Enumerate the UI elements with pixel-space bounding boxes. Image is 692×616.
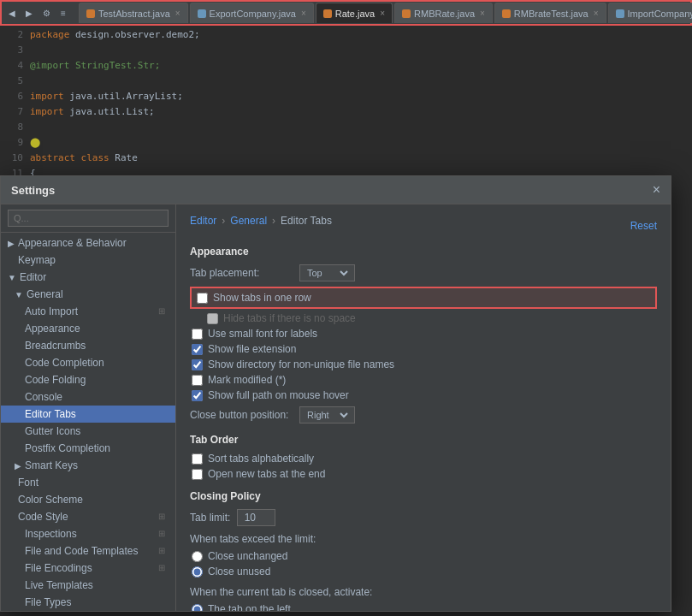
open-new-tabs-label[interactable]: Open new tabs at the end <box>208 468 325 480</box>
sidebar-item-smart-keys[interactable]: ▶ Smart Keys <box>1 457 175 474</box>
current-tab-closed-radios: The tab on the left <box>190 603 657 611</box>
show-directory-checkbox[interactable] <box>192 359 203 370</box>
open-new-tabs-checkbox[interactable] <box>192 469 203 480</box>
nav-menu-btn[interactable]: ≡ <box>56 6 70 20</box>
tab-rmbratetest[interactable]: RMBrateTest.java × <box>494 3 606 23</box>
nav-back-btn[interactable]: ◀ <box>5 6 19 20</box>
tab-close-icon[interactable]: × <box>175 9 180 18</box>
show-file-ext-checkbox[interactable] <box>192 344 203 355</box>
sidebar-item-label: Gutter Icons <box>25 425 80 437</box>
sidebar-item-editor[interactable]: ▼ Editor <box>1 269 175 286</box>
show-directory-label[interactable]: Show directory for non-unique file names <box>208 358 394 370</box>
sidebar-item-label: Editor Tabs <box>25 408 76 420</box>
use-small-font-label[interactable]: Use small font for labels <box>208 328 317 340</box>
sidebar-item-breadcrumbs[interactable]: Breadcrumbs <box>1 337 175 354</box>
tab-icon <box>502 9 511 18</box>
sidebar-item-gutter-icons[interactable]: Gutter Icons <box>1 423 175 440</box>
sidebar-item-code-completion[interactable]: Code Completion <box>1 354 175 371</box>
sidebar-item-code-folding[interactable]: Code Folding <box>1 371 175 388</box>
close-unchanged-label[interactable]: Close unchanged <box>208 550 287 562</box>
tab-nav: ◀ ▶ ⚙ ≡ <box>5 6 70 20</box>
sort-tabs-checkbox[interactable] <box>192 453 203 465</box>
close-unused-radio[interactable] <box>192 566 203 578</box>
sidebar-item-file-code-templates[interactable]: File and Code Templates ⊞ <box>1 542 175 560</box>
sidebar-item-file-types[interactable]: File Types <box>1 594 175 611</box>
settings-sidebar: ▶ Appearance & Behavior Keymap ▼ Editor … <box>1 204 176 611</box>
reset-button[interactable]: Reset <box>630 220 657 232</box>
tab-placement-select[interactable]: Top Bottom Left Right None <box>304 267 351 279</box>
show-full-path-checkbox[interactable] <box>192 390 203 401</box>
dialog-titlebar: Settings × <box>1 176 671 204</box>
tab-limit-input[interactable] <box>237 509 275 526</box>
appearance-section-label: Appearance <box>190 246 657 258</box>
tab-limit-row: Tab limit: <box>190 509 657 526</box>
tab-rmbrate[interactable]: RMBRate.java × <box>394 3 493 23</box>
tab-close-icon[interactable]: × <box>594 9 599 18</box>
close-btn-position-select[interactable]: Left Right Hidden <box>304 409 351 421</box>
sidebar-item-file-encodings[interactable]: File Encodings ⊞ <box>1 560 175 577</box>
sidebar-item-label: Code Folding <box>25 374 86 386</box>
nav-forward-btn[interactable]: ▶ <box>22 6 36 20</box>
close-btn-position-dropdown[interactable]: Left Right Hidden <box>299 406 355 424</box>
dialog-close-button[interactable]: × <box>653 183 660 197</box>
tab-order-section: Tab Order <box>190 434 657 446</box>
tab-testabstract[interactable]: TestAbstract.java × <box>79 3 188 23</box>
tab-close-icon[interactable]: × <box>301 9 306 18</box>
show-full-path-label[interactable]: Show full path on mouse hover <box>208 389 349 401</box>
sidebar-item-appearance-behavior[interactable]: ▶ Appearance & Behavior <box>1 234 175 252</box>
tab-placement-dropdown[interactable]: Top Bottom Left Right None <box>299 264 355 281</box>
arrow-icon: ▼ <box>8 273 16 282</box>
sidebar-item-color-scheme[interactable]: Color Scheme <box>1 491 175 508</box>
tab-close-icon[interactable]: × <box>380 9 385 18</box>
tab-importcompany[interactable]: ImportCompany.java × <box>608 3 693 23</box>
sidebar-item-font[interactable]: Font <box>1 474 175 491</box>
sidebar-item-label: Postfix Completion <box>25 442 110 454</box>
tab-rate[interactable]: Rate.java × <box>316 3 393 23</box>
show-file-ext-row: Show file extension <box>190 343 657 355</box>
use-small-font-checkbox[interactable] <box>192 329 203 340</box>
search-input[interactable] <box>8 210 169 227</box>
tab-label: Rate.java <box>335 9 375 19</box>
sidebar-item-label: Editor <box>20 271 46 283</box>
show-tabs-one-row-label[interactable]: Show tabs in one row <box>213 292 311 304</box>
breadcrumb-editor[interactable]: Editor <box>190 215 216 227</box>
show-full-path-row: Show full path on mouse hover <box>190 389 657 401</box>
external-icon: ⊞ <box>158 529 169 539</box>
sidebar-item-code-style[interactable]: Code Style ⊞ <box>1 508 175 525</box>
sidebar-item-console[interactable]: Console <box>1 388 175 406</box>
close-unused-label[interactable]: Close unused <box>208 566 270 578</box>
sidebar-item-postfix-completion[interactable]: Postfix Completion <box>1 440 175 457</box>
mark-modified-label[interactable]: Mark modified (*) <box>208 374 286 386</box>
sidebar-item-label: File Encodings <box>25 562 92 574</box>
dialog-body: ▶ Appearance & Behavior Keymap ▼ Editor … <box>1 204 671 611</box>
sidebar-item-auto-import[interactable]: Auto Import ⊞ <box>1 303 175 320</box>
sidebar-item-keymap[interactable]: Keymap <box>1 252 175 269</box>
breadcrumb-general[interactable]: General <box>230 215 267 227</box>
sort-tabs-label[interactable]: Sort tabs alphabetically <box>208 453 314 465</box>
sidebar-item-appearance[interactable]: Appearance <box>1 320 175 337</box>
show-file-ext-label[interactable]: Show file extension <box>208 343 296 355</box>
external-icon: ⊞ <box>158 546 169 556</box>
sidebar-item-label: Color Scheme <box>18 494 83 506</box>
show-directory-row: Show directory for non-unique file names <box>190 358 657 370</box>
nav-settings-btn[interactable]: ⚙ <box>39 6 53 20</box>
tab-on-left-radio[interactable] <box>192 604 203 612</box>
settings-main-panel: Editor › General › Editor Tabs Reset App… <box>176 204 671 611</box>
mark-modified-checkbox[interactable] <box>192 375 203 386</box>
tab-exportcompany[interactable]: ExportCompany.java × <box>190 3 314 23</box>
tab-on-left-label[interactable]: The tab on the left <box>208 603 291 611</box>
hide-tabs-checkbox[interactable] <box>207 313 218 324</box>
tab-close-icon[interactable]: × <box>480 9 485 18</box>
sidebar-item-editor-tabs[interactable]: Editor Tabs <box>1 406 175 423</box>
show-tabs-one-row-checkbox[interactable] <box>197 293 208 304</box>
sidebar-item-general[interactable]: ▼ General <box>1 286 175 303</box>
sidebar-item-label: Breadcrumbs <box>25 340 86 352</box>
sidebar-item-label: Code Style <box>18 511 68 523</box>
sidebar-item-label: Code Completion <box>25 357 104 369</box>
search-box <box>1 204 175 233</box>
external-icon: ⊞ <box>158 563 169 573</box>
sidebar-item-inspections[interactable]: Inspections ⊞ <box>1 525 175 542</box>
tab-icon <box>323 9 332 18</box>
close-unchanged-radio[interactable] <box>192 551 203 562</box>
sidebar-item-live-templates[interactable]: Live Templates <box>1 577 175 594</box>
